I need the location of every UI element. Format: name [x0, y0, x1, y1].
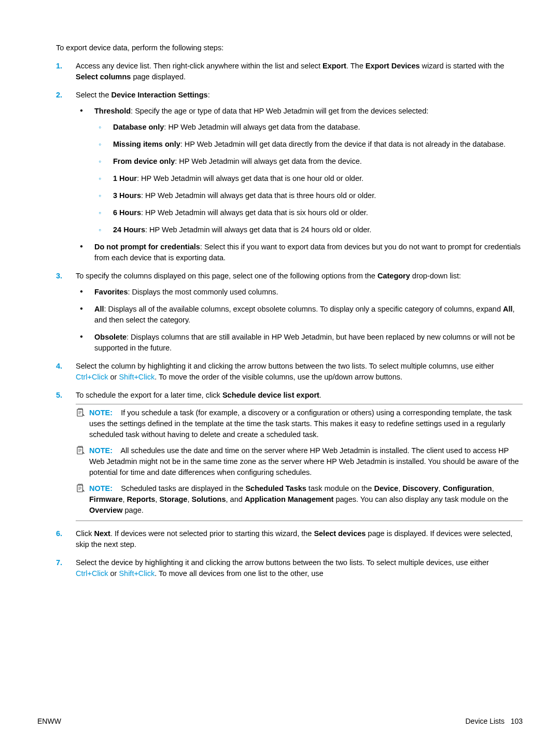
text: task module on the [306, 484, 374, 493]
bold: 3 Hours [113, 191, 141, 200]
step-number: 6. [56, 528, 62, 539]
text: To schedule the export for a later time,… [76, 391, 222, 399]
step-2: 2. Select the Device Interaction Setting… [56, 90, 523, 263]
bold: Storage [159, 495, 187, 503]
bold: Do not prompt for credentials [94, 243, 200, 251]
text: : Displays columns that are still availa… [94, 333, 515, 352]
bold: Threshold [94, 107, 131, 115]
keyboard-shortcut: Shift+Click [119, 569, 155, 578]
keyboard-shortcut: Shift+Click [119, 373, 155, 381]
list-item: Favorites: Displays the most commonly us… [76, 287, 523, 298]
bold: Reports [127, 495, 156, 503]
notes-block: NOTE: If you schedule a task (for exampl… [76, 404, 523, 521]
list-item: Obsolete: Displays columns that are stil… [76, 332, 523, 354]
bold: Device Interaction Settings [111, 91, 208, 99]
bold: Firmware [89, 495, 122, 503]
bold: Discovery [402, 484, 438, 493]
note-text: If you schedule a task (for example, a d… [89, 409, 512, 439]
text: : HP Web Jetadmin will always get data t… [141, 191, 376, 200]
keyboard-shortcut: Ctrl+Click [76, 569, 108, 578]
text: Select the column by highlighting it and… [76, 362, 494, 370]
text: or [108, 373, 119, 381]
sub-list: Favorites: Displays the most commonly us… [76, 287, 523, 354]
step-5: 5. To schedule the export for a later ti… [56, 390, 523, 521]
bold: All [94, 305, 104, 313]
bold: Schedule device list export [222, 391, 319, 399]
bold: Category [377, 272, 410, 280]
text: , [492, 484, 494, 493]
note-text [115, 484, 121, 493]
text: or [108, 569, 119, 578]
text: pages. You can also display any task mod… [333, 495, 508, 503]
step-number: 2. [56, 90, 62, 101]
bold: Obsolete [94, 333, 127, 341]
bold: Export [323, 62, 346, 70]
bold: Missing items only [113, 140, 180, 148]
text: . If devices were not selected prior to … [110, 529, 314, 538]
step-4: 4. Select the column by highlighting it … [56, 361, 523, 383]
sub-list: Threshold: Specify the age or type of da… [76, 106, 523, 263]
list-item: All: Displays all of the available colum… [76, 304, 523, 326]
text: Scheduled tasks are displayed in the [121, 484, 245, 493]
note-icon [76, 484, 85, 493]
step-1: 1. Access any device list. Then right-cl… [56, 61, 523, 82]
list-item: 1 Hour: HP Web Jetadmin will always get … [94, 173, 523, 184]
step-number: 5. [56, 390, 62, 401]
text: page. [123, 506, 144, 514]
bold: Device [374, 484, 398, 493]
text: . To move all devices from one list to t… [155, 569, 323, 578]
text: drop-down list: [410, 272, 461, 280]
note-label: NOTE: [89, 446, 113, 455]
bold: Export Devices [366, 62, 420, 70]
keyboard-shortcut: Ctrl+Click [76, 373, 108, 381]
bold: Configuration [443, 484, 492, 493]
text: : HP Web Jetadmin will always get data f… [164, 123, 360, 131]
note-text [115, 409, 121, 417]
text: , [439, 484, 443, 493]
text: : Specify the age or type of data that H… [131, 107, 428, 115]
step-3: 3. To specify the columns displayed on t… [56, 271, 523, 354]
bold: Select columns [76, 73, 131, 81]
text: : [208, 91, 210, 99]
document-page: To export device data, perform the follo… [0, 0, 560, 745]
list-item: Missing items only: HP Web Jetadmin will… [94, 139, 523, 150]
text: To specify the columns displayed on this… [76, 272, 377, 280]
text: wizard is started with the [420, 62, 505, 70]
intro-text: To export device data, perform the follo… [56, 43, 523, 53]
list-item: Threshold: Specify the age or type of da… [76, 106, 523, 235]
bold: Database only [113, 123, 164, 131]
text: : HP Web Jetadmin will get data directly… [180, 140, 506, 148]
footer-section: Device Lists [466, 717, 505, 725]
bold: 6 Hours [113, 208, 141, 217]
text: Click [76, 529, 94, 538]
step-7: 7. Select the device by highlighting it … [56, 557, 523, 579]
note-item: NOTE: Scheduled tasks are displayed in t… [76, 483, 523, 516]
note-text [115, 446, 120, 455]
note-icon [76, 446, 85, 455]
note-item: NOTE: If you schedule a task (for exampl… [76, 407, 523, 440]
bold: 1 Hour [113, 174, 137, 182]
bold: From device only [113, 157, 175, 165]
text: : HP Web Jetadmin will always get data t… [137, 174, 363, 182]
page-number: 103 [511, 717, 523, 725]
footer-left: ENWW [37, 716, 61, 726]
text: : HP Web Jetadmin will always get data t… [141, 208, 368, 217]
note-icon [76, 408, 85, 417]
note-item: NOTE: All schedules use the date and tim… [76, 445, 523, 478]
footer-right: Device Lists 103 [466, 716, 523, 726]
list-item: Do not prompt for credentials: Select th… [76, 242, 523, 263]
note-label: NOTE: [89, 484, 113, 493]
bold: Select devices [314, 529, 366, 538]
text: . [319, 391, 321, 399]
text: : Displays all of the available columns,… [104, 305, 503, 313]
text: , and [226, 495, 245, 503]
text: Select the [76, 91, 111, 99]
text: : HP Web Jetadmin will always get data t… [145, 226, 371, 234]
bold: All [503, 305, 513, 313]
text: : Displays the most commonly used column… [128, 288, 278, 296]
text: : HP Web Jetadmin will always get data f… [175, 157, 362, 165]
bold: Next [94, 529, 110, 538]
step-number: 3. [56, 271, 62, 282]
step-number: 1. [56, 61, 62, 72]
text: Access any device list. Then right-click… [76, 62, 323, 70]
